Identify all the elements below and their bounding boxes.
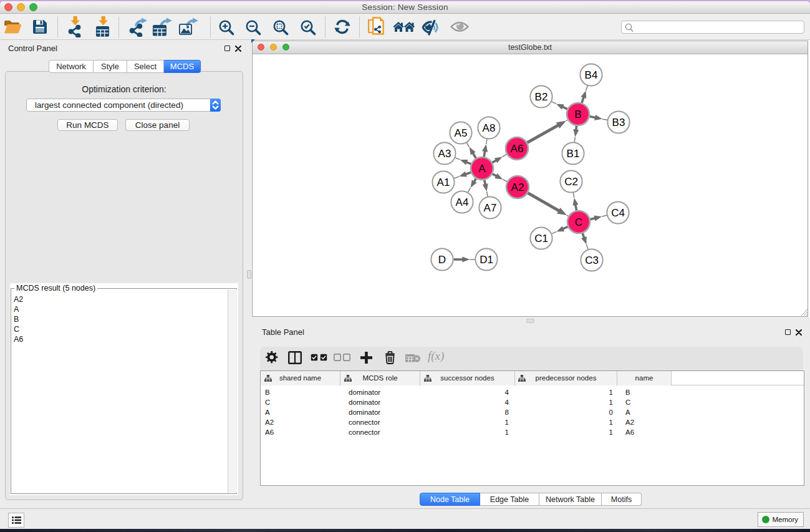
svg-text:A5: A5 (455, 127, 468, 139)
svg-text:B2: B2 (535, 91, 548, 103)
svg-text:C2: C2 (564, 176, 578, 188)
svg-text:C3: C3 (585, 254, 599, 266)
svg-text:C: C (575, 216, 582, 228)
svg-text:D: D (438, 254, 446, 266)
svg-text:B3: B3 (612, 117, 625, 128)
svg-text:D1: D1 (480, 254, 493, 266)
svg-text:A6: A6 (511, 143, 524, 155)
svg-text:B: B (574, 109, 581, 120)
svg-text:B1: B1 (567, 148, 580, 160)
svg-text:A4: A4 (456, 196, 469, 208)
svg-text:B4: B4 (585, 69, 598, 81)
svg-text:A3: A3 (438, 148, 451, 160)
svg-text:C1: C1 (534, 233, 548, 244)
svg-text:A2: A2 (511, 181, 524, 193)
svg-text:A1: A1 (437, 177, 450, 188)
svg-text:A7: A7 (484, 202, 497, 214)
svg-text:A8: A8 (483, 122, 496, 134)
svg-text:A: A (478, 163, 486, 175)
svg-text:C4: C4 (611, 207, 625, 219)
